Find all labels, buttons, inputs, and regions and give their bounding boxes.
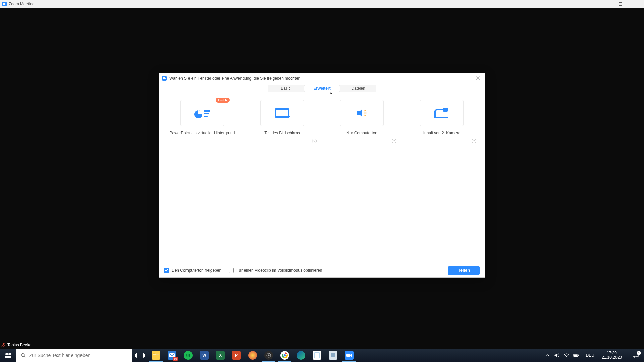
- task-view-icon: [136, 353, 144, 358]
- battery-icon[interactable]: [573, 353, 579, 358]
- svg-rect-1: [619, 2, 622, 5]
- task-mail[interactable]: 69: [164, 349, 180, 362]
- notification-badge: 1: [637, 351, 641, 355]
- volume-icon[interactable]: [554, 353, 560, 358]
- app-title: Zoom Meeting: [9, 2, 35, 6]
- wifi-icon[interactable]: [564, 353, 569, 358]
- windows-taskbar: 69 W X P: [0, 349, 644, 362]
- checkbox-label: Den Computerton freigeben: [172, 268, 221, 273]
- svg-point-18: [21, 353, 24, 356]
- svg-rect-13: [275, 109, 289, 117]
- tray-overflow-button[interactable]: [545, 353, 550, 358]
- system-tray: DEU 17:39 21.10.2020 1: [543, 349, 644, 362]
- svg-rect-17: [434, 117, 448, 118]
- windows-logo-icon: [5, 353, 11, 358]
- tab-files[interactable]: Dateien: [340, 85, 376, 92]
- svg-rect-36: [574, 355, 577, 356]
- share-button[interactable]: Teilen: [448, 266, 480, 275]
- audio-thumb: [340, 100, 384, 126]
- help-icon[interactable]: ?: [472, 139, 476, 143]
- task-view-button[interactable]: [132, 349, 148, 362]
- share-options-grid: BETA PowerPoint als virtueller Hintergru…: [159, 95, 485, 263]
- svg-rect-12: [204, 116, 208, 117]
- app-icon: [329, 351, 337, 360]
- app-icon: [248, 351, 257, 360]
- svg-rect-27: [315, 353, 319, 358]
- participant-name-overlay: Tobias Becker: [1, 343, 33, 347]
- minimize-button[interactable]: [597, 0, 612, 8]
- checkbox-box: [164, 268, 169, 273]
- task-edge[interactable]: [293, 349, 309, 362]
- task-spotify[interactable]: [180, 349, 196, 362]
- maximize-button[interactable]: [612, 0, 628, 8]
- participant-name-label: Tobias Becker: [7, 343, 33, 347]
- zoom-icon: [2, 2, 7, 6]
- option-label: Inhalt von 2. Kamera: [423, 131, 461, 135]
- option-computer-audio[interactable]: Nur Computerton ?: [324, 98, 400, 148]
- spotify-icon: [184, 351, 193, 360]
- beta-badge: BETA: [216, 98, 230, 103]
- svg-rect-10: [204, 110, 210, 112]
- powerpoint-icon: P: [232, 351, 241, 360]
- svg-line-19: [24, 356, 25, 358]
- powerpoint-vb-thumb: BETA: [180, 100, 224, 126]
- option-portion-of-screen[interactable]: Teil des Bildschirms ?: [244, 98, 320, 148]
- start-button[interactable]: [0, 349, 16, 362]
- notepad-icon: [313, 351, 321, 360]
- svg-rect-35: [578, 355, 578, 356]
- option-second-camera[interactable]: Inhalt von 2. Kamera ?: [404, 98, 480, 148]
- tab-advanced[interactable]: Erweitert: [304, 85, 340, 92]
- option-label: Teil des Bildschirms: [264, 131, 300, 135]
- portion-thumb: [260, 100, 304, 126]
- checkbox-optimize-video[interactable]: Für einen Videoclip im Vollbildmodus opt…: [229, 268, 322, 273]
- svg-point-23: [268, 355, 270, 356]
- edge-icon: [297, 351, 305, 360]
- task-chrome[interactable]: [277, 349, 293, 362]
- help-icon[interactable]: ?: [312, 139, 317, 143]
- dialog-titlebar: Wählen Sie ein Fenster oder eine Anwendu…: [159, 73, 485, 83]
- taskbar-search-input[interactable]: [29, 353, 127, 358]
- word-icon: W: [200, 351, 209, 360]
- checkbox-box: [229, 268, 234, 273]
- muted-mic-icon: [1, 343, 5, 347]
- dialog-title: Wählen Sie ein Fenster oder eine Anwendu…: [169, 76, 302, 81]
- option-label: PowerPoint als virtueller Hintergrund: [170, 131, 235, 135]
- share-tabs: Basic Erweitert Dateien: [268, 85, 376, 92]
- task-file-explorer[interactable]: [148, 349, 164, 362]
- task-obs[interactable]: [261, 349, 277, 362]
- taskbar-running-apps: 69 W X P: [132, 349, 357, 362]
- obs-icon: [264, 351, 273, 360]
- dialog-close-button[interactable]: [473, 75, 483, 82]
- checkbox-share-computer-audio[interactable]: Den Computerton freigeben: [164, 268, 221, 273]
- action-center-button[interactable]: 1: [628, 349, 643, 362]
- checkbox-label: Für einen Videoclip im Vollbildmodus opt…: [236, 268, 322, 273]
- chrome-icon: [280, 351, 289, 360]
- svg-rect-32: [346, 354, 350, 357]
- task-powerpoint[interactable]: P: [228, 349, 245, 362]
- task-zoom[interactable]: [341, 349, 357, 362]
- taskbar-clock[interactable]: 17:39 21.10.2020: [600, 351, 624, 360]
- task-word[interactable]: W: [196, 349, 212, 362]
- clock-date: 21.10.2020: [602, 355, 622, 360]
- tab-basic[interactable]: Basic: [268, 85, 304, 92]
- input-language-indicator[interactable]: DEU: [585, 353, 596, 358]
- search-icon: [21, 353, 26, 358]
- task-notepad[interactable]: [309, 349, 325, 362]
- dialog-bottom-bar: Den Computerton freigeben Für einen Vide…: [159, 263, 485, 277]
- svg-point-33: [566, 356, 567, 357]
- close-button[interactable]: [628, 0, 643, 8]
- zoom-icon: [345, 351, 354, 360]
- svg-rect-20: [153, 355, 159, 358]
- option-label: Nur Computerton: [346, 131, 377, 135]
- svg-rect-31: [331, 353, 335, 357]
- task-app-generic-2[interactable]: [325, 349, 341, 362]
- task-app-generic-1[interactable]: [245, 349, 261, 362]
- option-powerpoint-virtual-background[interactable]: BETA PowerPoint als virtueller Hintergru…: [164, 98, 240, 148]
- task-excel[interactable]: X: [212, 349, 228, 362]
- taskbar-search[interactable]: [16, 349, 132, 362]
- share-screen-dialog: Wählen Sie ein Fenster oder eine Anwendu…: [159, 73, 485, 278]
- second-cam-thumb: [420, 100, 464, 126]
- file-explorer-icon: [152, 351, 160, 360]
- svg-rect-16: [443, 108, 448, 112]
- help-icon[interactable]: ?: [392, 139, 396, 143]
